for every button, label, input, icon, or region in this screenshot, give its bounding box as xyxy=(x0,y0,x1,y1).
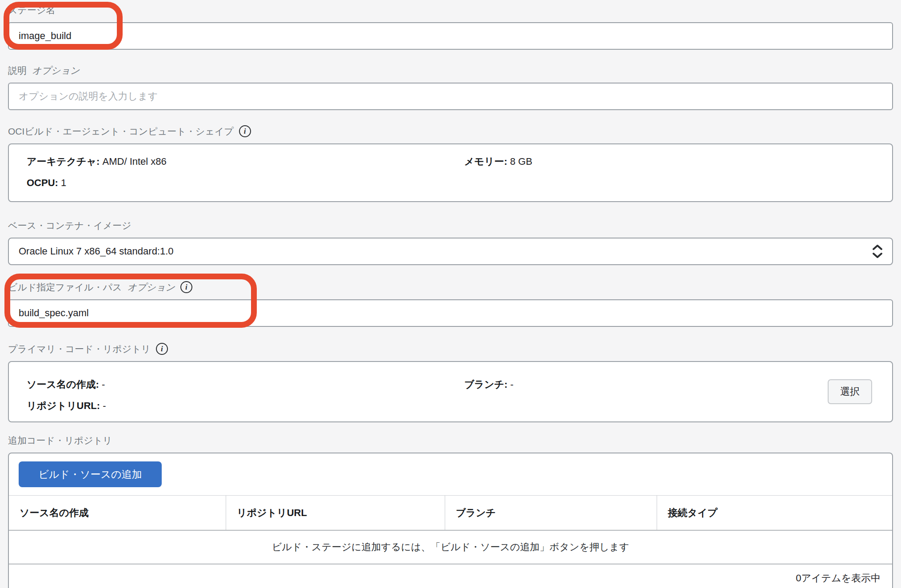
repo-url-value: - xyxy=(103,400,106,411)
primary-repo-label: プライマリ・コード・リポジトリ i xyxy=(8,343,893,355)
info-icon[interactable]: i xyxy=(156,343,168,355)
additional-repos-table: ビルド・ソースの追加 ソース名の作成 リポジトリURL ブランチ 接続タイプ ビ… xyxy=(8,453,893,588)
source-name-value: - xyxy=(102,379,105,390)
description-label: 説明 オプション xyxy=(8,65,893,76)
compute-shape-label: OCIビルド・エージェント・コンピュート・シェイプ i xyxy=(8,125,893,137)
ocpu-label: OCPU: xyxy=(27,177,58,188)
table-empty-message: ビルド・ステージに追加するには、「ビルド・ソースの追加」ボタンを押します xyxy=(9,531,892,564)
description-optional-label: オプション xyxy=(32,65,80,76)
table-header-row: ソース名の作成 リポジトリURL ブランチ 接続タイプ xyxy=(9,495,892,531)
add-build-source-button[interactable]: ビルド・ソースの追加 xyxy=(19,461,162,487)
column-header-source-name[interactable]: ソース名の作成 xyxy=(9,496,226,530)
build-spec-input[interactable] xyxy=(8,299,893,327)
source-name-field: ソース名の作成: - xyxy=(27,378,464,391)
select-repo-button[interactable]: 選択 xyxy=(828,379,872,404)
info-icon[interactable]: i xyxy=(180,281,192,293)
chevron-up-down-icon xyxy=(872,244,883,259)
compute-shape-label-text: OCIビルド・エージェント・コンピュート・シェイプ xyxy=(8,126,234,137)
build-spec-label: ビルド指定ファイル・パス オプション i xyxy=(8,281,893,293)
stage-name-label-text: ステージ名 xyxy=(8,4,55,16)
architecture-label: アーキテクチャ: xyxy=(27,156,100,167)
stage-name-label: ステージ名 xyxy=(8,4,893,16)
base-image-selected-value: Oracle Linux 7 x86_64 standard:1.0 xyxy=(19,246,174,257)
branch-label: ブランチ: xyxy=(464,379,507,390)
architecture-field: アーキテクチャ: AMD/ Intel x86 xyxy=(27,155,464,168)
table-action-row: ビルド・ソースの追加 xyxy=(9,453,892,495)
branch-value: - xyxy=(510,379,514,390)
additional-repos-label: 追加コード・リポジトリ xyxy=(8,435,893,446)
ocpu-field: OCPU: 1 xyxy=(27,177,464,189)
memory-label: メモリー: xyxy=(464,156,507,167)
primary-repo-label-text: プライマリ・コード・リポジトリ xyxy=(8,343,151,355)
column-header-branch[interactable]: ブランチ xyxy=(445,496,657,530)
architecture-value: AMD/ Intel x86 xyxy=(103,156,167,167)
build-stage-form: ステージ名 説明 オプション OCIビルド・エージェント・コンピュート・シェイプ… xyxy=(0,0,901,588)
repo-url-label: リポジトリURL: xyxy=(27,400,100,411)
additional-repos-label-text: 追加コード・リポジトリ xyxy=(8,435,112,446)
build-spec-optional-label: オプション xyxy=(127,282,175,293)
base-image-label-text: ベース・コンテナ・イメージ xyxy=(8,220,131,231)
primary-repo-box: ソース名の作成: - ブランチ: - リポジトリURL: - 選択 xyxy=(8,361,893,422)
description-label-text: 説明 xyxy=(8,65,27,76)
memory-field: メモリー: 8 GB xyxy=(464,155,892,168)
ocpu-value: 1 xyxy=(61,177,66,188)
stage-name-input[interactable] xyxy=(8,22,893,50)
column-header-repo-url[interactable]: リポジトリURL xyxy=(226,496,445,530)
base-image-label: ベース・コンテナ・イメージ xyxy=(8,220,893,231)
table-footer-status: 0アイテムを表示中 xyxy=(9,564,892,588)
column-header-connection-type[interactable]: 接続タイプ xyxy=(657,496,892,530)
base-image-select[interactable]: Oracle Linux 7 x86_64 standard:1.0 xyxy=(8,238,893,265)
memory-value: 8 GB xyxy=(510,156,532,167)
source-name-label: ソース名の作成: xyxy=(27,379,99,390)
build-spec-label-text: ビルド指定ファイル・パス xyxy=(8,282,122,293)
compute-shape-box: アーキテクチャ: AMD/ Intel x86 メモリー: 8 GB OCPU:… xyxy=(8,143,893,202)
repo-url-field: リポジトリURL: - xyxy=(27,399,464,413)
description-input[interactable] xyxy=(8,83,893,110)
info-icon[interactable]: i xyxy=(239,125,251,137)
